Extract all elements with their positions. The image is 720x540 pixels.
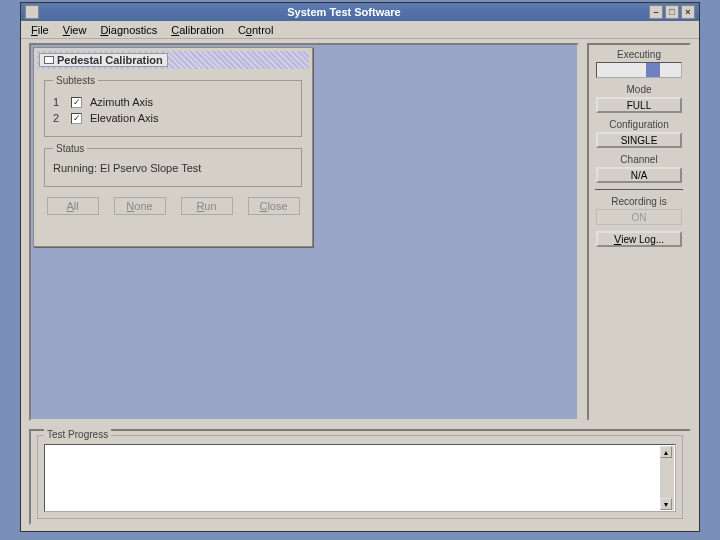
test-progress-fieldset: Test Progress ▴ ▾ — [37, 435, 683, 519]
channel-value-button[interactable]: N/A — [596, 167, 682, 183]
main-content-area: Pedestal Calibration Subtests 1 ✓ Azimut… — [29, 43, 579, 421]
mode-value-button[interactable]: FULL — [596, 97, 682, 113]
main-window: System Test Software – □ × File View Dia… — [20, 2, 700, 532]
test-progress-textarea[interactable]: ▴ ▾ — [44, 444, 676, 512]
minimize-button[interactable]: – — [649, 5, 663, 19]
dialog-titlebar[interactable]: Pedestal Calibration — [37, 51, 309, 69]
subtest-row-2: 2 ✓ Elevation Axis — [53, 112, 293, 124]
menu-diagnostics[interactable]: Diagnostics — [94, 23, 163, 37]
test-progress-legend: Test Progress — [44, 429, 111, 440]
status-fieldset: Status Running: El Pservo Slope Test — [44, 143, 302, 187]
bottom-panel: Test Progress ▴ ▾ — [29, 429, 691, 525]
window-icon — [44, 56, 54, 64]
maximize-button[interactable]: □ — [665, 5, 679, 19]
subtests-fieldset: Subtests 1 ✓ Azimuth Axis 2 ✓ Elevation … — [44, 75, 302, 137]
titlebar: System Test Software – □ × — [21, 3, 699, 21]
subtest-1-label: Azimuth Axis — [90, 96, 153, 108]
subtest-1-checkbox[interactable]: ✓ — [71, 97, 82, 108]
mode-group: Mode FULL — [593, 84, 685, 113]
run-button[interactable]: Run — [181, 197, 233, 215]
none-button[interactable]: None — [114, 197, 166, 215]
subtest-2-checkbox[interactable]: ✓ — [71, 113, 82, 124]
side-separator — [595, 189, 683, 190]
menu-control[interactable]: Control — [232, 23, 279, 37]
executing-progress — [596, 62, 682, 78]
status-text: Running: El Pservo Slope Test — [53, 162, 293, 174]
progress-fill — [646, 63, 660, 77]
side-panel: Executing Mode FULL Configuration SINGLE… — [587, 43, 691, 421]
status-legend: Status — [53, 143, 87, 154]
menubar: File View Diagnostics Calibration Contro… — [21, 21, 699, 39]
recording-value-button: ON — [596, 209, 682, 225]
close-button[interactable]: × — [681, 5, 695, 19]
dialog-title: Pedestal Calibration — [57, 54, 163, 66]
subtest-1-number: 1 — [53, 96, 63, 108]
subtest-row-1: 1 ✓ Azimuth Axis — [53, 96, 293, 108]
menu-view[interactable]: View — [57, 23, 93, 37]
window-buttons: – □ × — [649, 5, 695, 19]
recording-label: Recording is — [593, 196, 685, 207]
close-dialog-button[interactable]: Close — [248, 197, 300, 215]
subtest-2-label: Elevation Axis — [90, 112, 158, 124]
channel-label: Channel — [593, 154, 685, 165]
scrollbar-vertical: ▴ ▾ — [660, 446, 674, 510]
app-icon — [25, 5, 39, 19]
config-value-button[interactable]: SINGLE — [596, 132, 682, 148]
scroll-up-button[interactable]: ▴ — [660, 446, 672, 458]
executing-group: Executing — [593, 49, 685, 78]
viewlog-group: View Log... — [593, 231, 685, 247]
config-group: Configuration SINGLE — [593, 119, 685, 148]
dialog-title-badge: Pedestal Calibration — [39, 53, 168, 67]
all-button[interactable]: All — [47, 197, 99, 215]
subtests-legend: Subtests — [53, 75, 98, 86]
mode-label: Mode — [593, 84, 685, 95]
config-label: Configuration — [593, 119, 685, 130]
executing-label: Executing — [593, 49, 685, 60]
menu-calibration[interactable]: Calibration — [165, 23, 230, 37]
pedestal-calibration-dialog: Pedestal Calibration Subtests 1 ✓ Azimut… — [33, 47, 313, 247]
channel-group: Channel N/A — [593, 154, 685, 183]
window-title: System Test Software — [39, 6, 649, 18]
scroll-down-button[interactable]: ▾ — [660, 498, 672, 510]
menu-file[interactable]: File — [25, 23, 55, 37]
view-log-button[interactable]: View Log... — [596, 231, 682, 247]
recording-group: Recording is ON — [593, 196, 685, 225]
subtest-2-number: 2 — [53, 112, 63, 124]
dialog-button-row: All None Run Close — [34, 193, 312, 221]
